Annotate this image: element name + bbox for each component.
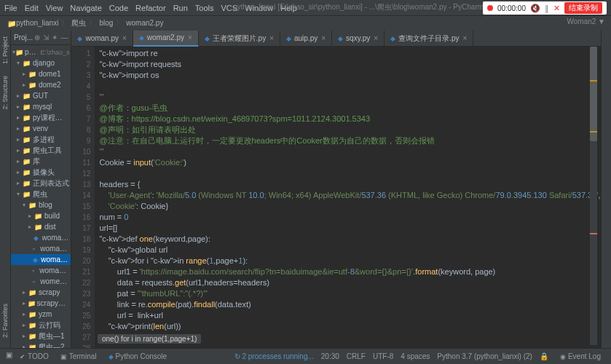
line-gutter[interactable]: 1234567891011121314151617181920212223242… (71, 47, 95, 348)
breadcrumb-part[interactable]: woman2.py (126, 19, 163, 27)
sidebar-hide-icon[interactable]: — (59, 33, 69, 41)
breadcrumb-hint[interactable]: one() for i in range(1,page+1) (98, 334, 201, 344)
tree-node[interactable]: ▸📁爬虫—1 (11, 331, 71, 341)
tree-node[interactable]: ▸📁云打码 (11, 320, 71, 331)
tree-node[interactable]: ▸📁dome1 (11, 68, 71, 79)
tree-node[interactable]: ▫women.spec (11, 276, 71, 287)
sidebar-title: Proj... (14, 33, 33, 41)
warning-stripe[interactable] (590, 80, 597, 82)
tree-node[interactable]: ▸📁正则表达式 (11, 178, 71, 189)
editor-scrollbar-thumb[interactable] (590, 47, 597, 141)
breadcrumb-bar: 📁 python_lianxi〉爬虫〉blog〉woman2.py Woman2… (0, 16, 611, 31)
event-log-button[interactable]: ◉Event Log (556, 351, 605, 362)
tree-node[interactable]: ▸📁scrapy_data (11, 298, 71, 309)
tree-node[interactable]: ▸📁mysql (11, 101, 71, 112)
mute-icon[interactable]: 🔇 (530, 4, 540, 13)
tree-node[interactable]: ▸📁dist (11, 221, 71, 232)
indent-info[interactable]: 4 spaces (401, 352, 430, 360)
structure-tool-tab[interactable]: 2: Structure (0, 70, 10, 116)
tree-node[interactable]: ▸📁爬虫—2 (11, 341, 71, 348)
tree-node[interactable]: ▾📁django (11, 58, 71, 68)
tree-node[interactable]: ▸📁scrapy (11, 287, 71, 298)
stop-record-button[interactable]: 结束录制 (564, 2, 602, 14)
line-separator[interactable]: CRLF (347, 352, 366, 360)
tree-node[interactable]: ▾📁爬虫 (11, 189, 71, 199)
menu-tools[interactable]: Tools (195, 4, 214, 12)
code-editor[interactable]: 1234567891011121314151617181920212223242… (71, 47, 600, 348)
editor-tab-bar: ◆woman.py×◆woman2.py×◆王者荣耀图片.py×◆auip.py… (71, 31, 600, 47)
editor-tab[interactable]: ◆王者荣耀图片.py× (199, 31, 280, 47)
folder-icon: 📁 (7, 20, 16, 28)
tree-node[interactable]: ▫woman2.spec (11, 265, 71, 276)
editor-tab[interactable]: ◆woman.py× (71, 31, 133, 47)
run-config-selector[interactable]: Woman2 ▼ (567, 17, 605, 25)
menu-bar: FileEditViewNavigateCodeRefactorRunTools… (0, 0, 611, 16)
editor-tab[interactable]: ◆auip.py× (280, 31, 332, 47)
tree-node[interactable]: ▸📁venv (11, 123, 71, 134)
record-icon (487, 5, 493, 11)
menu-run[interactable]: Run (173, 4, 188, 12)
menu-view[interactable]: View (46, 4, 63, 12)
menu-refactor[interactable]: Refactor (135, 4, 166, 12)
record-time: 00:00:00 (497, 4, 526, 12)
breadcrumb-part[interactable]: 爬虫 (71, 19, 86, 27)
tree-node[interactable]: ▸📁py课程设计 (11, 112, 71, 123)
sidebar-collapse-icon[interactable]: ⇲ (42, 33, 50, 41)
menu-code[interactable]: Code (109, 4, 128, 12)
close-icon[interactable]: ✕ (553, 4, 560, 13)
todo-tool-button[interactable]: ✔TODO (15, 351, 53, 362)
project-tree[interactable]: ▾📁python_lianxiE:\zhao_s▾📁django▸📁dome1▸… (11, 45, 71, 348)
tree-node[interactable]: ▸📁库 (11, 156, 71, 167)
tree-node[interactable]: ◆woman.py (11, 232, 71, 243)
left-tool-tabs: 1: Project 2: Structure 2: Favorites (0, 31, 11, 348)
python-console-button[interactable]: ◆Python Console (104, 351, 172, 362)
project-tool-tab[interactable]: 1: Project (0, 31, 10, 70)
tree-node[interactable]: ▸📁GUT (11, 90, 71, 101)
editor-tab[interactable]: ◆woman2.py× (133, 31, 199, 47)
menu-navigate[interactable]: Navigate (70, 4, 101, 12)
tree-node[interactable]: ▸📁爬虫工具 (11, 145, 71, 156)
sidebar-options-icon[interactable]: ⊕ (33, 33, 42, 41)
project-sidebar: Proj... ⊕ ⇲ ✶ — ▾📁python_lianxiE:\zhao_s… (11, 31, 71, 348)
tree-node[interactable]: ▫woman.spec (11, 243, 71, 254)
tree-root[interactable]: ▾📁python_lianxiE:\zhao_s (11, 47, 71, 58)
interpreter-info[interactable]: Python 3.7 (python_lianxi) (2) (437, 352, 532, 360)
editor-tab[interactable]: ◆查询文件子目录.py× (385, 31, 473, 47)
screen-recorder-bar: 00:00:00 🔇 ‖ ✕ 结束录制 (483, 1, 607, 15)
code-content[interactable]: "c-kw">import re"c-kw">import requests"c… (95, 47, 600, 348)
status-corner-icon[interactable]: ▣ (6, 351, 12, 362)
menu-edit[interactable]: Edit (25, 4, 39, 12)
tree-node[interactable]: ▸📁多进程 (11, 134, 71, 145)
pause-icon[interactable]: ‖ (545, 4, 549, 13)
terminal-tool-button[interactable]: ▣Terminal (56, 351, 101, 362)
tree-node[interactable]: ◆woman2.py (11, 254, 71, 265)
editor-tab[interactable]: ◆sqxy.py× (332, 31, 385, 47)
lock-icon[interactable]: 🔒 (540, 352, 548, 360)
breadcrumb-part[interactable]: python_lianxi (16, 19, 58, 27)
status-bar: ▣ ✔TODO ▣Terminal ◆Python Console ↻ 2 pr… (0, 348, 611, 364)
error-stripe[interactable] (590, 233, 597, 234)
sidebar-settings-icon[interactable]: ✶ (50, 33, 59, 41)
right-tool-tabs (601, 31, 611, 348)
tree-node[interactable]: ▸📁dome2 (11, 79, 71, 90)
processes-link[interactable]: ↻ 2 processes running... (234, 352, 314, 360)
tree-node[interactable]: ▸📁摄像头 (11, 167, 71, 178)
menu-file[interactable]: File (4, 4, 17, 12)
tree-node[interactable]: ▾📁blog (11, 199, 71, 210)
file-encoding[interactable]: UTF-8 (373, 352, 393, 360)
warning-stripe[interactable] (590, 131, 597, 132)
tree-node[interactable]: ▸📁build (11, 210, 71, 221)
cursor-position[interactable]: 20:30 (321, 352, 339, 360)
favorites-tool-tab[interactable]: 2: Favorites (0, 298, 10, 344)
breadcrumb-part[interactable]: blog (99, 19, 113, 27)
tree-node[interactable]: ▸📁yzm (11, 309, 71, 320)
